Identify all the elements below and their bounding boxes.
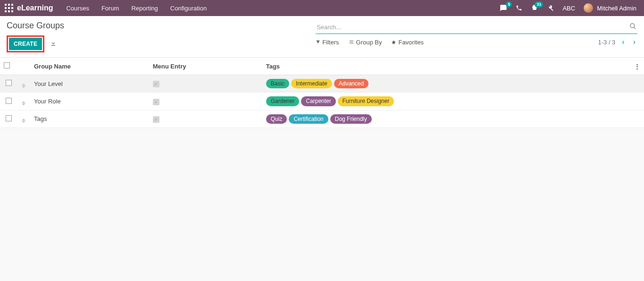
- tag[interactable]: Furniture Designer: [338, 96, 394, 106]
- menu-entry-checkbox[interactable]: ✓: [153, 99, 159, 105]
- col-group-name[interactable]: Group Name: [30, 58, 149, 75]
- table-row[interactable]: Tags✓QuizCertificationDog Friendly: [0, 110, 644, 128]
- tag[interactable]: Quiz: [266, 114, 287, 124]
- user-menu[interactable]: Mitchell Admin: [584, 3, 636, 13]
- list-view: Group Name Menu Entry Tags ⋮ Your Level✓…: [0, 58, 644, 128]
- search-icon[interactable]: [629, 23, 636, 31]
- svg-rect-1: [8, 4, 10, 6]
- pager: 1-3 / 3 ‹ ›: [598, 38, 637, 46]
- cell-tags: GardenerCarpenterFurniture Designer: [262, 93, 630, 110]
- drag-handle-icon[interactable]: [22, 84, 25, 88]
- svg-rect-12: [349, 42, 353, 43]
- tag[interactable]: Advanced: [334, 79, 368, 88]
- favorites-label: Favorites: [398, 39, 423, 46]
- menu-configuration[interactable]: Configuration: [170, 5, 207, 12]
- menu-forum[interactable]: Forum: [101, 5, 119, 12]
- top-navbar: eLearning Courses Forum Reporting Config…: [0, 0, 644, 16]
- main-menu: Courses Forum Reporting Configuration: [66, 5, 207, 12]
- menu-entry-checkbox[interactable]: ✓: [153, 81, 159, 87]
- user-name: Mitchell Admin: [597, 5, 636, 12]
- svg-rect-6: [5, 10, 7, 12]
- apps-icon[interactable]: [5, 4, 13, 12]
- row-checkbox[interactable]: [6, 98, 12, 104]
- svg-rect-0: [5, 4, 7, 6]
- pager-range[interactable]: 1-3 / 3: [598, 39, 615, 46]
- cell-group-name: Your Role: [30, 93, 149, 110]
- svg-rect-3: [5, 7, 7, 9]
- row-checkbox[interactable]: [6, 80, 12, 86]
- table-row[interactable]: Your Level✓BasicIntermediateAdvanced: [0, 75, 644, 93]
- cell-tags: BasicIntermediateAdvanced: [262, 75, 630, 93]
- drag-handle-icon[interactable]: [22, 119, 25, 123]
- activities-icon[interactable]: 31: [531, 4, 538, 12]
- control-panel: Course Groups CREATE Filters Group By: [0, 16, 644, 58]
- cell-group-name: Your Level: [30, 75, 149, 93]
- page-title: Course Groups: [7, 21, 316, 31]
- menu-reporting[interactable]: Reporting: [131, 5, 158, 12]
- cell-tags: QuizCertificationDog Friendly: [262, 110, 630, 128]
- create-button-highlight: CREATE: [7, 35, 44, 52]
- tag[interactable]: Carpenter: [301, 96, 335, 106]
- row-checkbox[interactable]: [6, 115, 12, 121]
- menu-courses[interactable]: Courses: [66, 5, 89, 12]
- tag[interactable]: Intermediate: [291, 79, 332, 88]
- avatar: [584, 3, 593, 13]
- table-row[interactable]: Your Role✓GardenerCarpenterFurniture Des…: [0, 93, 644, 110]
- tag[interactable]: Basic: [266, 79, 289, 88]
- select-all-checkbox[interactable]: [4, 62, 10, 68]
- pager-next[interactable]: ›: [631, 38, 637, 46]
- tag[interactable]: Certification: [289, 114, 328, 124]
- company-selector[interactable]: ABC: [562, 5, 575, 12]
- svg-rect-4: [8, 7, 10, 9]
- phone-icon[interactable]: [516, 5, 522, 11]
- optional-columns-icon[interactable]: ⋮: [634, 63, 640, 70]
- svg-rect-5: [11, 7, 13, 9]
- favorites-menu[interactable]: Favorites: [391, 39, 423, 46]
- search-bar: [316, 21, 637, 34]
- tools-icon[interactable]: [547, 5, 554, 12]
- tag[interactable]: Dog Friendly: [330, 114, 372, 124]
- col-tags[interactable]: Tags: [262, 58, 630, 75]
- filters-menu[interactable]: Filters: [316, 39, 339, 46]
- svg-rect-7: [8, 10, 10, 12]
- svg-rect-2: [11, 4, 13, 6]
- messages-badge: 5: [506, 1, 512, 8]
- brand-title[interactable]: eLearning: [17, 4, 53, 12]
- messages-icon[interactable]: 5: [500, 4, 507, 12]
- pager-prev[interactable]: ‹: [620, 38, 626, 46]
- groupby-menu[interactable]: Group By: [349, 39, 382, 46]
- svg-rect-11: [349, 41, 353, 41]
- cell-group-name: Tags: [30, 110, 149, 128]
- svg-point-9: [630, 24, 635, 28]
- col-menu-entry[interactable]: Menu Entry: [149, 58, 262, 75]
- download-icon[interactable]: [50, 40, 57, 48]
- groupby-label: Group By: [356, 39, 382, 46]
- svg-rect-8: [11, 10, 13, 12]
- svg-rect-13: [349, 43, 353, 44]
- menu-entry-checkbox[interactable]: ✓: [153, 116, 159, 123]
- filters-label: Filters: [322, 39, 339, 46]
- svg-line-10: [634, 27, 636, 29]
- systray: 5 31 ABC Mitchell Admin: [500, 3, 639, 13]
- create-button[interactable]: CREATE: [9, 38, 42, 50]
- search-input[interactable]: [316, 22, 637, 33]
- drag-handle-icon[interactable]: [22, 101, 25, 105]
- tag[interactable]: Gardener: [266, 96, 300, 106]
- activities-badge: 31: [535, 1, 543, 8]
